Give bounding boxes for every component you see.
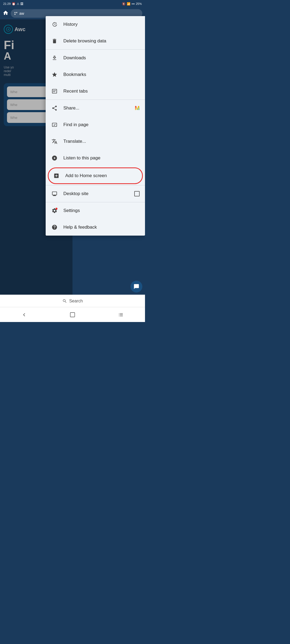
dropdown-menu: History Delete browsing data Downloads B… [46,16,145,236]
recents-icon [118,312,124,318]
translate-icon [51,138,58,145]
menu-item-bookmarks[interactable]: Bookmarks [46,66,145,83]
settings-label: Settings [63,208,140,213]
tabs-icon [51,88,58,95]
add-home-icon [53,172,60,179]
desktop-site-checkbox[interactable] [134,191,140,196]
translate-label: Translate... [63,139,140,144]
bottom-search-bar[interactable]: Search [0,295,145,307]
home-nav-button[interactable] [64,309,81,320]
recents-button[interactable] [113,309,129,320]
desktop-site-label: Desktop site [63,191,129,196]
svg-rect-2 [15,14,16,15]
time: 21:29 [3,2,11,5]
play-icon [51,155,58,162]
menu-item-help[interactable]: Help & feedback [46,219,145,236]
tab-icon [14,12,18,15]
home-icon [3,10,9,16]
status-right: 🔇 📶 ▪▪▪ 25% [122,2,142,6]
gmail-icon: M [135,105,140,112]
search-label: Search [69,299,83,303]
clock-icon: ⏰ [12,2,16,6]
status-bar: 21:29 ⏰ ⚠ 🖼 🔇 📶 ▪▪▪ 25% [0,0,145,8]
trash-icon [51,38,58,45]
delete-browsing-label: Delete browsing data [63,38,140,44]
menu-item-delete-browsing[interactable]: Delete browsing data [46,33,145,49]
chat-bubble[interactable] [130,281,142,292]
svg-point-4 [56,208,57,210]
menu-item-downloads[interactable]: Downloads [46,50,145,66]
nav-bar [0,307,145,322]
image-icon: 🖼 [20,2,23,5]
search-icon [62,299,67,303]
find-in-page-label: Find in page [63,122,140,127]
svg-rect-1 [16,12,17,13]
back-icon [21,312,27,318]
share-icon [51,105,58,112]
settings-icon [51,207,58,214]
history-label: History [63,22,140,27]
wifi-icon: 📶 [127,2,130,6]
back-button[interactable] [16,309,32,320]
menu-item-share[interactable]: Share... M [46,100,145,116]
svg-rect-5 [70,312,75,317]
status-left: 21:29 ⏰ ⚠ 🖼 [3,2,23,6]
mute-icon: 🔇 [122,2,126,6]
history-icon [51,21,58,28]
menu-item-history[interactable]: History [46,16,145,33]
home-button[interactable] [3,10,9,17]
battery: 25% [136,2,142,5]
downloads-label: Downloads [63,55,140,61]
menu-item-listen[interactable]: Listen to this page [46,150,145,166]
alert-icon: ⚠ [17,2,19,6]
bookmarks-label: Bookmarks [63,72,140,77]
menu-item-desktop-site[interactable]: Desktop site [46,185,145,202]
add-home-label: Add to Home screen [65,173,138,178]
star-icon [51,71,58,78]
home-nav-icon [70,312,75,318]
help-icon [51,224,58,231]
help-label: Help & feedback [63,225,140,230]
signal-icon: ▪▪▪ [132,2,135,5]
menu-item-recent-tabs[interactable]: Recent tabs [46,83,145,100]
menu-item-find-in-page[interactable]: Find in page [46,116,145,133]
search-page-icon [51,121,58,128]
share-label: Share... [63,105,129,111]
listen-label: Listen to this page [63,155,140,161]
chat-icon [133,284,139,290]
desktop-icon [51,190,58,197]
menu-item-add-home[interactable]: Add to Home screen [48,167,143,184]
menu-item-settings[interactable]: Settings [46,202,145,219]
recent-tabs-label: Recent tabs [63,89,140,94]
address-text: aw [19,11,24,16]
download-icon [51,54,58,61]
menu-item-translate[interactable]: Translate... [46,133,145,150]
svg-rect-0 [15,12,16,13]
